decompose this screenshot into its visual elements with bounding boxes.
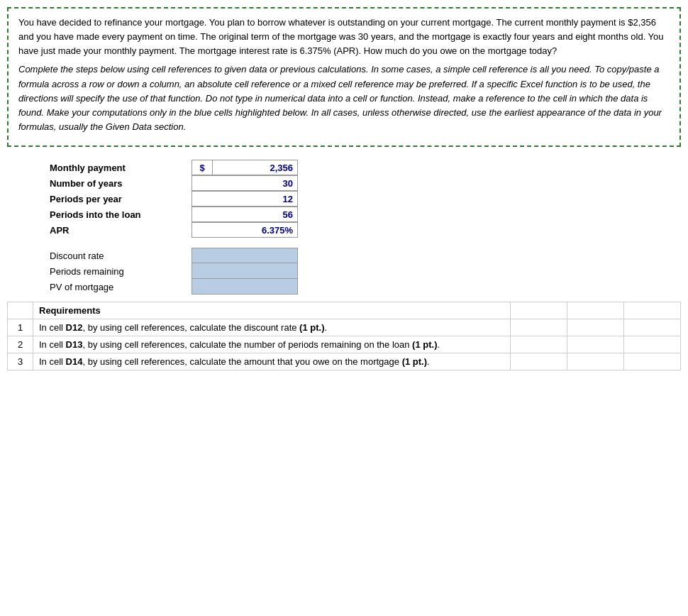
years-label: Number of years	[50, 178, 192, 189]
instruction-box: You have decided to refinance your mortg…	[7, 7, 681, 147]
pv-mortgage-input[interactable]	[192, 279, 298, 295]
discount-rate-label: Discount rate	[50, 251, 192, 261]
requirements-header-row: Requirements	[8, 302, 681, 319]
apr-label: APR	[50, 225, 192, 236]
periods-per-year-value: 12	[192, 191, 298, 207]
req-empty-1c	[624, 319, 681, 336]
periods-remaining-label: Periods remaining	[50, 266, 192, 277]
requirement-row-1: 1 In cell D12, by using cell references,…	[8, 319, 681, 336]
periods-remaining-row: Periods remaining	[50, 263, 681, 279]
req-text-3: In cell D14, by using cell references, c…	[33, 353, 511, 370]
periods-remaining-cell-group	[192, 263, 298, 279]
requirements-table: Requirements 1 In cell D12, by using cel…	[7, 302, 681, 370]
req-empty-2c	[624, 336, 681, 353]
req-empty-1b	[567, 319, 624, 336]
requirements-header-empty1	[511, 302, 567, 319]
monthly-payment-row: Monthly payment $ 2,356	[50, 160, 681, 175]
periods-into-loan-label: Periods into the loan	[50, 209, 192, 220]
monthly-payment-value: 2,356	[213, 160, 298, 175]
periods-into-loan-row: Periods into the loan 56	[50, 207, 681, 222]
requirements-header-empty3	[624, 302, 681, 319]
years-value: 30	[192, 175, 298, 191]
discount-rate-cell-group	[192, 248, 298, 263]
periods-into-loan-value: 56	[192, 207, 298, 222]
requirements-header-label	[8, 302, 33, 319]
periods-per-year-cell-group: 12	[192, 191, 298, 207]
pv-mortgage-label: PV of mortgage	[50, 282, 192, 292]
pv-mortgage-cell-group	[192, 279, 298, 295]
discount-rate-input[interactable]	[192, 248, 298, 263]
requirement-row-3: 3 In cell D14, by using cell references,…	[8, 353, 681, 370]
periods-per-year-label: Periods per year	[50, 194, 192, 204]
apr-cell-group: 6.375%	[192, 222, 298, 238]
req-empty-3b	[567, 353, 624, 370]
req-text-1: In cell D12, by using cell references, c…	[33, 319, 511, 336]
requirements-header-empty2	[567, 302, 624, 319]
req-empty-1a	[511, 319, 567, 336]
apr-value: 6.375%	[192, 222, 298, 238]
requirements-header-title: Requirements	[33, 302, 511, 319]
data-section: Monthly payment $ 2,356 Number of years …	[7, 160, 681, 295]
years-cell-group: 30	[192, 175, 298, 191]
req-text-2: In cell D13, by using cell references, c…	[33, 336, 511, 353]
req-empty-2b	[567, 336, 624, 353]
periods-into-loan-cell-group: 56	[192, 207, 298, 222]
requirement-row-2: 2 In cell D13, by using cell references,…	[8, 336, 681, 353]
req-empty-3c	[624, 353, 681, 370]
discount-rate-row: Discount rate	[50, 248, 681, 263]
periods-remaining-input[interactable]	[192, 263, 298, 279]
periods-per-year-row: Periods per year 12	[50, 191, 681, 207]
monthly-payment-dollar: $	[192, 160, 213, 175]
instruction-paragraph1: You have decided to refinance your mortg…	[18, 16, 670, 58]
apr-row: APR 6.375%	[50, 222, 681, 238]
years-row: Number of years 30	[50, 175, 681, 191]
monthly-payment-cell-group: $ 2,356	[192, 160, 298, 175]
pv-mortgage-row: PV of mortgage	[50, 279, 681, 295]
req-empty-2a	[511, 336, 567, 353]
req-empty-3a	[511, 353, 567, 370]
instruction-paragraph2: Complete the steps below using cell refe…	[18, 62, 670, 134]
req-num-2: 2	[8, 336, 33, 353]
req-num-3: 3	[8, 353, 33, 370]
monthly-payment-label: Monthly payment	[50, 163, 192, 173]
req-num-1: 1	[8, 319, 33, 336]
